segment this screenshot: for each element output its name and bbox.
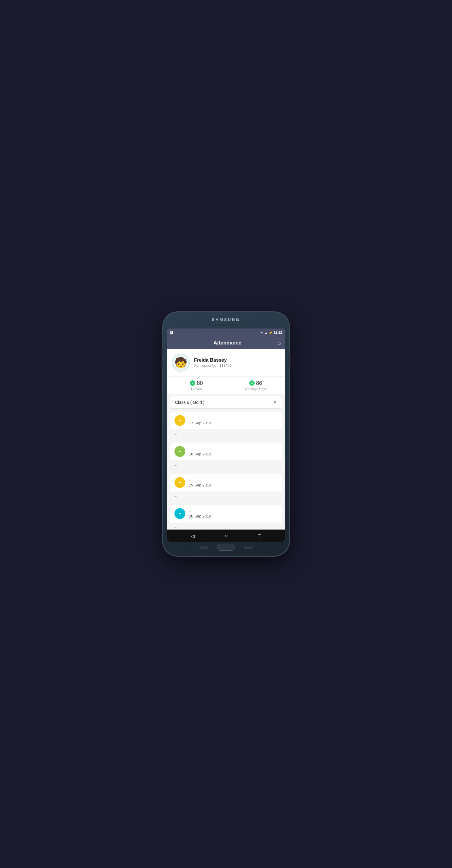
attendance-date-1: 17 Sep 2019 [189, 421, 278, 425]
app-header: ← Attendance ⌂ [167, 336, 285, 349]
nav-recent-button[interactable]: □ [258, 533, 261, 538]
working-days-check-icon: ✓ [249, 380, 255, 386]
attendance-date-4: 20 Sep 2019 [189, 514, 278, 518]
student-name: Freida Bassey [194, 358, 280, 363]
badge-label-1: – [179, 418, 182, 423]
attendance-main-4: – – 20 Sep 2019 [170, 504, 282, 523]
nav-back-button[interactable]: ◁ [191, 533, 195, 539]
attendance-sub-2: – [170, 461, 282, 470]
attendance-main-1: – – 17 Sep 2019 [170, 411, 282, 430]
hw-btn-left [199, 546, 208, 549]
attendance-sub-3: – [170, 492, 282, 501]
front-camera-left [206, 324, 209, 327]
battery-icon: ⚡ [269, 331, 272, 334]
working-days-value-row: ✓ 86 [249, 380, 262, 386]
profile-card: 🧒 Freida Bassey Admission No : 111490 [167, 349, 285, 375]
status-bar: 🖼 ▼ ▲ ⚡ 12:12 [167, 329, 285, 336]
front-camera-right [243, 324, 246, 327]
attendance-item-2: – – 18 Sep 2019 – [170, 442, 282, 470]
attendance-status-4: – [189, 509, 278, 513]
avatar: 🧒 [172, 353, 190, 372]
hw-btn-right [244, 546, 253, 549]
admission-number: Admission No : 111490 [194, 364, 280, 368]
attendance-status-1: – [189, 415, 278, 420]
bottom-hardware [167, 544, 285, 551]
nav-home-button[interactable]: ○ [225, 533, 228, 538]
screen-content: 🧒 Freida Bassey Admission No : 111490 [167, 349, 285, 530]
top-hardware [167, 324, 285, 327]
signal-icon: ▲ [265, 331, 267, 334]
date-info-4: – 20 Sep 2019 [189, 509, 278, 518]
attendance-status-3: – [189, 478, 278, 482]
wifi-icon: ▼ [260, 331, 263, 334]
dropdown-arrow-icon: ▼ [273, 400, 277, 405]
back-button[interactable]: ← [171, 339, 177, 346]
status-badge-4: – [174, 508, 185, 519]
phone-device: SAMSUNG 🖼 ▼ ▲ ⚡ 12:12 ← Attendance ⌂ [163, 312, 289, 556]
bottom-nav: ◁ ○ □ [167, 530, 285, 542]
working-days-stat: ✓ 86 Workings Days [226, 380, 285, 391]
profile-section: 🧒 Freida Bassey Admission No : 111490 [167, 349, 285, 394]
status-left: 🖼 [170, 331, 173, 334]
attendance-date-2: 18 Sep 2019 [189, 452, 278, 456]
working-days-count: 86 [256, 380, 262, 386]
brand-label: SAMSUNG [167, 317, 285, 322]
attendance-item-1: – – 17 Sep 2019 – [170, 411, 282, 439]
badge-label-2: – [179, 449, 182, 454]
power-button[interactable] [289, 354, 290, 366]
leaves-check-icon: ✓ [190, 380, 195, 386]
page-title: Attendance [213, 340, 241, 346]
status-right: ▼ ▲ ⚡ 12:12 [260, 331, 282, 334]
leaves-count: 80 [197, 380, 203, 386]
home-button[interactable]: ⌂ [278, 340, 281, 346]
time-display: 12:12 [273, 331, 282, 334]
stats-row: ✓ 80 Leaves ✓ 86 Workings Days [167, 376, 285, 394]
avatar-emoji: 🧒 [174, 356, 187, 369]
profile-info: Freida Bassey Admission No : 111490 [194, 358, 280, 368]
leaves-value-row: ✓ 80 [190, 380, 203, 386]
date-info-3: – 19 Sep 2019 [189, 478, 278, 487]
attendance-status-2: – [189, 447, 278, 451]
badge-label-3: – [179, 480, 182, 485]
attendance-item-3: – – 19 Sep 2019 – [170, 473, 282, 501]
date-info-1: – 17 Sep 2019 [189, 415, 278, 425]
date-info-2: – 18 Sep 2019 [189, 447, 278, 456]
attendance-date-3: 19 Sep 2019 [189, 483, 278, 487]
hw-home-button[interactable] [217, 544, 235, 551]
attendance-main-2: – – 18 Sep 2019 [170, 442, 282, 461]
leaves-label: Leaves [191, 387, 202, 391]
status-badge-2: – [174, 446, 185, 457]
badge-label-4: – [179, 511, 182, 516]
speaker [214, 324, 238, 327]
status-badge-3: – [174, 477, 185, 488]
attendance-main-3: – – 19 Sep 2019 [170, 473, 282, 492]
class-dropdown[interactable]: Class 6 ( Gold ) ▼ [170, 396, 282, 409]
dropdown-selected-text: Class 6 ( Gold ) [175, 400, 204, 405]
attendance-item-4: – – 20 Sep 2019 – [170, 504, 282, 530]
attendance-list: – – 17 Sep 2019 – – [167, 411, 285, 530]
vol-down-button[interactable] [162, 360, 163, 369]
status-badge-1: – [174, 415, 185, 426]
leaves-stat: ✓ 80 Leaves [167, 380, 226, 391]
working-days-label: Workings Days [245, 387, 267, 391]
attendance-sub-1: – [170, 430, 282, 439]
vol-up-button[interactable] [162, 348, 163, 357]
phone-screen: 🖼 ▼ ▲ ⚡ 12:12 ← Attendance ⌂ 🧒 [167, 329, 285, 542]
attendance-sub-4: – [170, 523, 282, 530]
image-icon: 🖼 [170, 331, 173, 334]
